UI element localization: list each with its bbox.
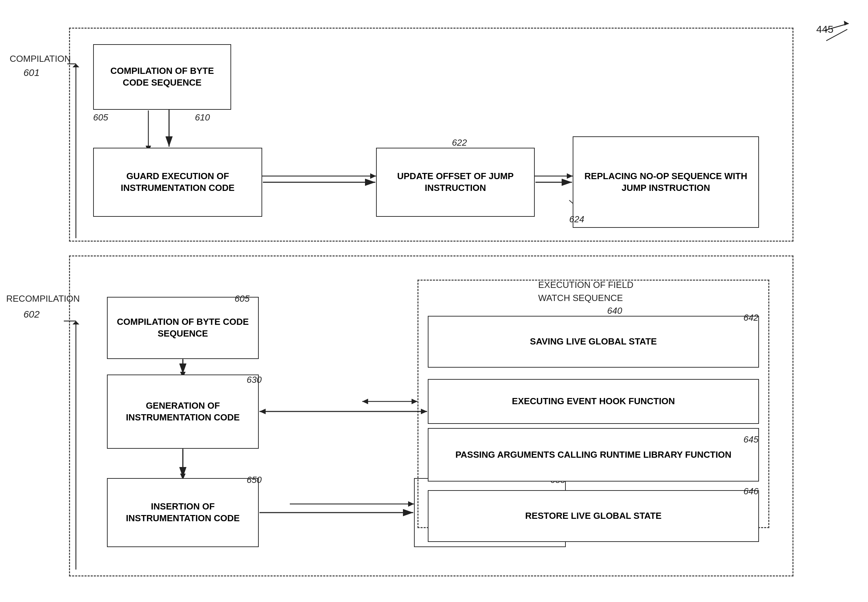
ref-445: 445 — [816, 23, 833, 35]
compile-byte-code-box: COMPILATION OF BYTE CODE SEQUENCE — [93, 44, 231, 110]
field-watch-label2: WATCH SEQUENCE — [538, 293, 623, 303]
update-offset-label: UPDATE OFFSET OF JUMP INSTRUCTION — [380, 170, 531, 194]
saving-live-label: SAVING LIVE GLOBAL STATE — [530, 336, 657, 348]
diagram: 445 COMPILATION 601 — [0, 0, 868, 602]
ref-622: 622 — [452, 137, 467, 148]
compile-byte-code-label: COMPILATION OF BYTE CODE SEQUENCE — [97, 65, 227, 89]
recompilation-label: RECOMPILATION — [6, 293, 80, 304]
passing-args-label: PASSING ARGUMENTS CALLING RUNTIME LIBRAR… — [455, 449, 732, 461]
ref-610: 610 — [195, 112, 210, 123]
compilation-ref: 601 — [23, 67, 40, 78]
restore-live-label: RESTORE LIVE GLOBAL STATE — [525, 510, 661, 522]
ref-630: 630 — [246, 375, 262, 385]
ref-646: 646 — [744, 486, 758, 497]
insertion-instr-box: INSERTION OF INSTRUMENTATION CODE — [107, 478, 259, 547]
ref-605-bot: 605 — [234, 293, 250, 304]
passing-args-box: PASSING ARGUMENTS CALLING RUNTIME LIBRAR… — [428, 428, 759, 482]
field-watch-label: EXECUTION OF FIELD — [538, 280, 634, 290]
ref-645: 645 — [744, 434, 758, 445]
executing-event-label: EXECUTING EVENT HOOK FUNCTION — [512, 396, 675, 407]
field-watch-ref: 640 — [607, 306, 622, 316]
ref-624: 624 — [569, 214, 584, 225]
recompilation-ref: 602 — [23, 309, 40, 320]
ref-605-top: 605 — [93, 112, 108, 123]
compile-byte-code-box2: COMPILATION OF BYTE CODE SEQUENCE — [107, 297, 259, 359]
update-offset-box: UPDATE OFFSET OF JUMP INSTRUCTION — [376, 148, 535, 217]
guard-execution-box: GUARD EXECUTION OF INSTRUMENTATION CODE — [93, 148, 262, 217]
svg-marker-1 — [844, 21, 849, 26]
saving-live-box: SAVING LIVE GLOBAL STATE — [428, 316, 759, 368]
generation-instr-box: GENERATION OF INSTRUMENTATION CODE — [107, 375, 259, 449]
executing-event-box: EXECUTING EVENT HOOK FUNCTION — [428, 379, 759, 424]
guard-execution-label: GUARD EXECUTION OF INSTRUMENTATION CODE — [97, 170, 258, 194]
ref-650: 650 — [246, 475, 262, 485]
compilation-label: COMPILATION — [10, 54, 71, 64]
ref-642: 642 — [744, 312, 758, 323]
replacing-noop-box: REPLACING NO-OP SEQUENCE WITH JUMP INSTR… — [573, 136, 759, 228]
restore-live-box: RESTORE LIVE GLOBAL STATE — [428, 490, 759, 542]
insertion-instr-label: INSERTION OF INSTRUMENTATION CODE — [111, 501, 255, 524]
generation-instr-label: GENERATION OF INSTRUMENTATION CODE — [111, 400, 255, 424]
replacing-noop-label: REPLACING NO-OP SEQUENCE WITH JUMP INSTR… — [577, 170, 755, 194]
compile-byte-code-label2: COMPILATION OF BYTE CODE SEQUENCE — [111, 316, 255, 339]
